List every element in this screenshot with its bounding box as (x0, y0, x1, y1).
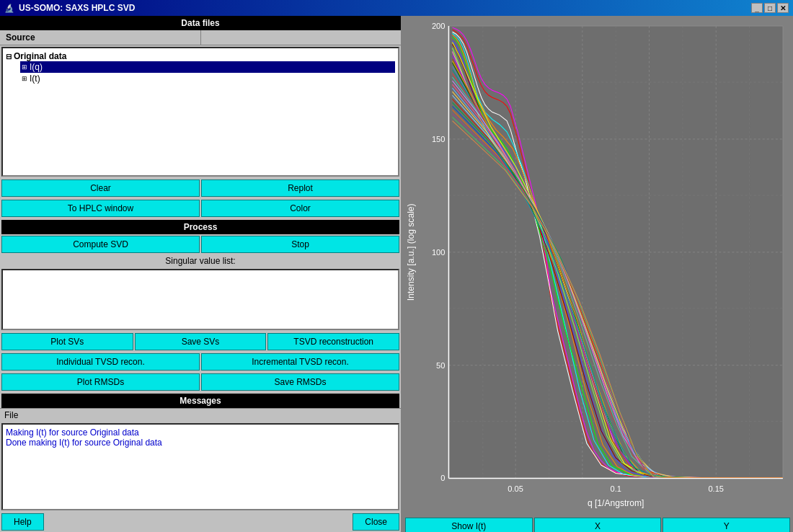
svg-text:100: 100 (432, 248, 445, 257)
y-button[interactable]: Y (663, 518, 790, 532)
tree-item-iq[interactable]: ⊞ I(q) (20, 61, 395, 73)
chart-svg-wrapper: 200 150 100 50 0 0.05 0.1 0.15 q [1/Angs… (405, 19, 790, 515)
titlebar-controls: _ □ ✕ (751, 3, 789, 13)
chart-svg: 200 150 100 50 0 0.05 0.1 0.15 q [1/Angs… (405, 19, 790, 515)
app-icon: 🔬 (4, 4, 14, 13)
sv-buttons-row1: Plot SVs Save SVs TSVD reconstruction (1, 333, 399, 350)
color-button[interactable]: Color (201, 200, 399, 217)
tree-root-expand-icon: ⊟ (6, 53, 12, 61)
left-panel: Data files Source ⊟ Original data ⊞ I(q)… (0, 16, 402, 532)
svg-text:0.15: 0.15 (708, 484, 724, 493)
minimize-button[interactable]: _ (751, 3, 763, 13)
svg-text:0: 0 (440, 474, 445, 482)
svg-text:0.1: 0.1 (610, 484, 621, 493)
plot-rmsds-button[interactable]: Plot RMSDs (1, 373, 200, 391)
tree-item-iq-label: I(q) (30, 62, 43, 72)
individual-tsvd-button[interactable]: Individual TVSD recon. (1, 353, 200, 371)
sv-buttons-row3: Plot RMSDs Save RMSDs (1, 373, 399, 391)
svg-text:200: 200 (432, 22, 445, 30)
right-panel: 200 150 100 50 0 0.05 0.1 0.15 q [1/Angs… (402, 16, 793, 532)
x-button[interactable]: X (534, 518, 662, 532)
tsvd-button[interactable]: TSVD reconstruction (267, 333, 399, 350)
svg-text:50: 50 (436, 361, 445, 370)
close-button[interactable]: Close (353, 513, 399, 531)
iq-expand-icon: ⊞ (22, 63, 27, 71)
titlebar-left: 🔬 US-SOMO: SAXS HPLC SVD (4, 3, 135, 13)
save-rmsds-button[interactable]: Save RMSDs (201, 373, 399, 391)
incremental-tsvd-button[interactable]: Incremental TVSD recon. (201, 353, 399, 371)
clear-replot-row: Clear Replot (1, 179, 399, 197)
replot-button[interactable]: Replot (201, 179, 399, 197)
stop-button[interactable]: Stop (201, 236, 399, 253)
source-label: Source (0, 30, 201, 45)
tree-root-label: Original data (14, 51, 66, 61)
save-svs-button[interactable]: Save SVs (135, 333, 267, 350)
sv-list[interactable] (1, 269, 399, 330)
sv-buttons-row2: Individual TVSD recon. Incremental TVSD … (1, 353, 399, 371)
tree-children: ⊞ I(q) ⊞ I(t) (20, 61, 395, 84)
tree-item-it-label: I(t) (30, 74, 40, 84)
data-files-header: Data files (0, 16, 401, 30)
messages-area: Making I(t) for source Original data Don… (1, 423, 399, 510)
compute-stop-row: Compute SVD Stop (1, 236, 399, 253)
svg-text:150: 150 (432, 135, 445, 143)
show-it-button[interactable]: Show I(t) (405, 518, 533, 532)
source-row: Source (0, 30, 401, 45)
main-layout: Data files Source ⊟ Original data ⊞ I(q)… (0, 16, 793, 532)
message-line-2: Done making I(t) for source Original dat… (6, 438, 395, 448)
file-bar: File (0, 408, 401, 422)
tree-area[interactable]: ⊟ Original data ⊞ I(q) ⊞ I(t) (1, 47, 399, 177)
process-header: Process (1, 220, 399, 234)
maximize-button[interactable]: □ (764, 3, 776, 13)
sv-label: Singular value list: (0, 254, 401, 267)
window-title: US-SOMO: SAXS HPLC SVD (19, 3, 135, 13)
plot-svs-button[interactable]: Plot SVs (1, 333, 133, 350)
chart-bottom-buttons: Show I(t) X Y (405, 518, 790, 532)
tree-root: ⊟ Original data (6, 51, 395, 61)
clear-button[interactable]: Clear (1, 179, 200, 197)
svg-text:q [1/Angstrom]: q [1/Angstrom] (588, 498, 644, 508)
message-line-1: Making I(t) for source Original data (6, 427, 395, 438)
titlebar: 🔬 US-SOMO: SAXS HPLC SVD _ □ ✕ (0, 0, 793, 16)
close-window-button[interactable]: ✕ (777, 3, 789, 13)
compute-svd-button[interactable]: Compute SVD (1, 236, 200, 253)
svg-text:Intensity [a.u.] (log scale): Intensity [a.u.] (log scale) (406, 203, 416, 301)
it-expand-icon: ⊞ (22, 75, 27, 82)
messages-header: Messages (1, 394, 399, 408)
tree-item-it[interactable]: ⊞ I(t) (20, 73, 395, 84)
svg-text:0.05: 0.05 (508, 484, 523, 493)
source-value (201, 30, 402, 45)
hplc-color-row: To HPLC window Color (1, 200, 399, 217)
to-hplc-button[interactable]: To HPLC window (1, 200, 200, 217)
help-button[interactable]: Help (1, 513, 44, 531)
very-bottom-bar: Help Close (1, 513, 399, 531)
chart-container: 200 150 100 50 0 0.05 0.1 0.15 q [1/Angs… (405, 19, 790, 532)
